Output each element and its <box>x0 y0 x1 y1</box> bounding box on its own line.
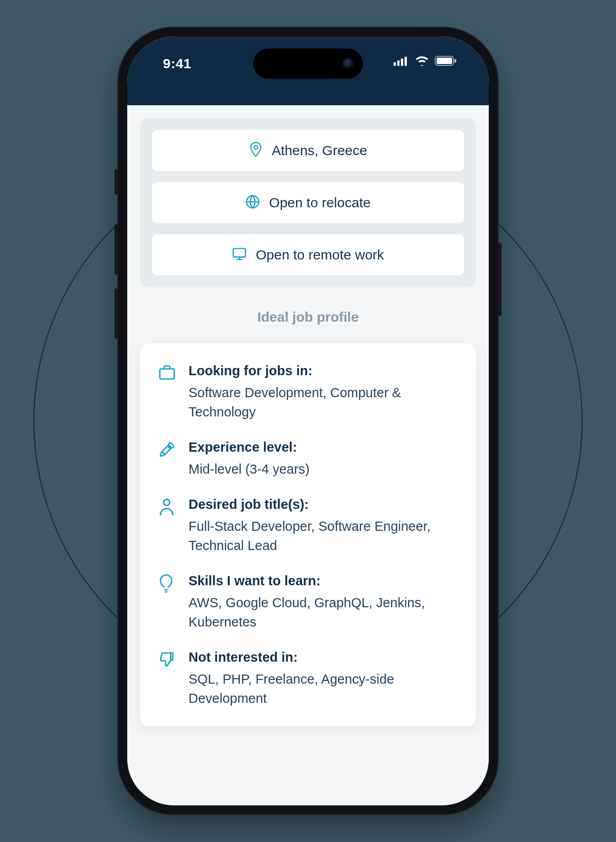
lightbulb-icon <box>158 574 177 594</box>
phone-screen: 9:41 <box>127 37 489 805</box>
dynamic-island <box>253 49 363 79</box>
person-icon <box>158 498 177 518</box>
relocate-pill[interactable]: Open to relocate <box>152 182 464 223</box>
experience-body: Mid-level (3-4 years) <box>189 459 458 479</box>
looking-for-body: Software Development, Computer & Technol… <box>189 383 458 421</box>
svg-rect-13 <box>160 369 174 379</box>
not-interested-body: SQL, PHP, Freelance, Agency-side Develop… <box>189 669 458 708</box>
app-content: Athens, Greece Open to relocate <box>127 105 489 745</box>
section-title: Ideal job profile <box>140 309 476 325</box>
titles-heading: Desired job title(s): <box>189 497 458 512</box>
row-not-interested: Not interested in: SQL, PHP, Freelance, … <box>158 650 458 708</box>
phone-side-button <box>114 169 118 194</box>
ideal-job-card: Looking for jobs in: Software Developmen… <box>140 343 476 726</box>
status-time: 9:41 <box>154 56 191 71</box>
remote-label: Open to remote work <box>256 247 384 263</box>
not-interested-heading: Not interested in: <box>189 650 458 665</box>
experience-heading: Experience level: <box>189 440 458 455</box>
row-experience: Experience level: Mid-level (3-4 years) <box>158 440 458 479</box>
svg-rect-0 <box>394 62 396 66</box>
looking-for-heading: Looking for jobs in: <box>189 363 458 378</box>
rocket-icon <box>158 441 177 460</box>
front-camera <box>343 58 354 69</box>
relocate-label: Open to relocate <box>269 195 371 210</box>
titles-body: Full-Stack Developer, Software Engineer,… <box>189 517 458 555</box>
svg-point-7 <box>254 146 258 149</box>
svg-rect-1 <box>397 60 400 66</box>
phone-power-button <box>498 243 502 316</box>
svg-rect-5 <box>437 58 452 64</box>
row-titles: Desired job title(s): Full-Stack Develop… <box>158 497 458 555</box>
battery-icon <box>435 56 457 66</box>
svg-rect-6 <box>454 59 456 63</box>
skills-body: AWS, Google Cloud, GraphQL, Jenkins, Kub… <box>189 593 458 632</box>
thumbs-down-icon <box>158 651 177 670</box>
globe-icon <box>245 194 260 211</box>
svg-rect-3 <box>405 57 407 66</box>
phone-volume-up <box>114 224 118 275</box>
phone-frame: 9:41 <box>118 27 498 815</box>
map-pin-icon <box>249 142 263 159</box>
svg-point-15 <box>163 499 169 505</box>
phone-volume-down <box>114 288 118 339</box>
row-skills: Skills I want to learn: AWS, Google Clou… <box>158 573 458 632</box>
remote-pill[interactable]: Open to remote work <box>152 234 464 275</box>
location-label: Athens, Greece <box>272 143 367 158</box>
skills-heading: Skills I want to learn: <box>189 573 458 588</box>
monitor-icon <box>232 247 247 263</box>
svg-rect-2 <box>401 59 403 66</box>
row-looking-for: Looking for jobs in: Software Developmen… <box>158 363 458 421</box>
briefcase-icon <box>158 364 177 383</box>
cellular-signal-icon <box>394 56 409 66</box>
wifi-icon <box>415 56 429 66</box>
status-icons <box>394 56 462 66</box>
svg-rect-10 <box>233 248 246 257</box>
preferences-card: Athens, Greece Open to relocate <box>140 118 476 287</box>
location-pill[interactable]: Athens, Greece <box>152 130 464 171</box>
